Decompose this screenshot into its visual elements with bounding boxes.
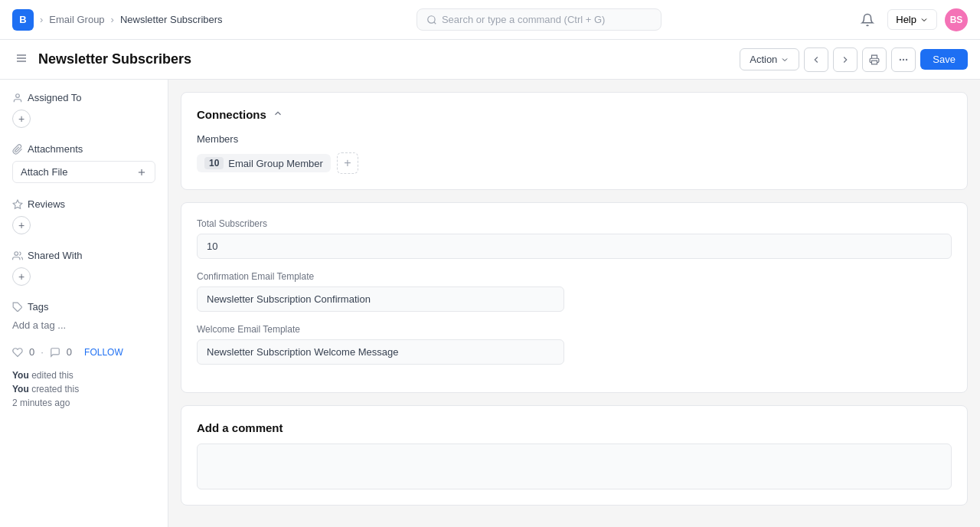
ellipsis-icon [898,54,909,65]
add-tag-link[interactable]: Add a tag ... [12,319,66,331]
likes-count: 0 [29,346,34,358]
sidebar-section-assigned-to: Assigned To + [12,92,155,128]
total-subscribers-label: Total Subscribers [197,218,952,229]
comment-input[interactable] [197,444,952,489]
reviews-header: Reviews [12,198,155,210]
page-header-left: Newsletter Subscribers [12,49,191,70]
search-icon [426,15,437,25]
heart-icon [12,347,23,358]
prev-button[interactable] [804,47,828,72]
details-card: Total Subscribers 10 Confirmation Email … [181,202,968,393]
top-nav-left: B › Email Group › Newsletter Subscribers [12,9,223,31]
confirmation-email-value[interactable]: Newsletter Subscription Confirmation [197,286,564,312]
action-chevron-icon [780,55,789,64]
bell-icon [861,13,874,27]
top-nav-right: Help BS [855,8,968,32]
confirmation-email-label: Confirmation Email Template [197,271,952,282]
add-member-button[interactable]: + [337,152,358,174]
print-button[interactable] [862,47,887,72]
svg-marker-11 [13,200,22,208]
activity-you-2: You [12,384,29,394]
tag-icon [12,302,23,313]
add-review-button[interactable]: + [12,216,31,234]
dot-separator: · [41,346,44,358]
chevron-down-icon [920,15,929,25]
sidebar-section-reviews: Reviews + [12,198,155,234]
connections-title: Connections [197,108,952,121]
top-nav: B › Email Group › Newsletter Subscribers… [0,0,980,40]
total-subscribers-group: Total Subscribers 10 [197,218,952,259]
member-tags: 10 Email Group Member + [197,152,952,174]
sidebar: Assigned To + Attachments Attach File [0,80,168,527]
breadcrumb-parent[interactable]: Email Group [49,14,104,25]
add-assigned-to-button[interactable]: + [12,110,31,128]
activity-timestamp: 2 minutes ago [12,398,155,408]
email-group-member-tag[interactable]: 10 Email Group Member [197,154,331,172]
activity-text-1: edited this [31,370,74,381]
follow-button[interactable]: FOLLOW [84,347,123,358]
help-button[interactable]: Help [887,9,937,30]
sidebar-section-shared-with: Shared With + [12,250,155,286]
attach-file-button[interactable]: Attach File [12,161,155,183]
add-shared-with-button[interactable]: + [12,267,31,286]
attachments-label: Attachments [28,143,83,155]
activity-entry-1: You edited this [12,370,155,381]
attachments-header: Attachments [12,143,155,155]
activity-text-2: created this [31,384,79,394]
attach-plus-icon [136,167,147,178]
svg-point-5 [900,59,901,60]
action-button[interactable]: Action [740,48,799,70]
welcome-email-group: Welcome Email Template Newsletter Subscr… [197,324,952,365]
reviews-label: Reviews [28,198,65,210]
main-content: Connections Members 10 Email Group Membe… [168,80,980,527]
star-icon [12,199,23,210]
print-icon [869,54,880,65]
header-actions: Action Save [740,47,968,72]
svg-point-12 [15,251,18,255]
breadcrumb-sep-2: › [111,14,114,25]
activity-entry-2: You created this [12,384,155,394]
svg-point-7 [906,59,907,60]
tags-label: Tags [28,301,48,313]
tags-header: Tags [12,301,155,313]
paperclip-icon [12,144,23,155]
comments-count: 0 [67,346,72,358]
menu-icon[interactable] [12,49,31,70]
breadcrumb-sep-1: › [40,14,43,25]
app-icon[interactable]: B [12,9,34,31]
shared-with-header: Shared With [12,250,155,261]
assigned-to-label: Assigned To [28,92,82,103]
members-label: Members [197,133,952,145]
chevron-up-icon [273,108,283,119]
next-button[interactable] [833,47,858,72]
welcome-email-value[interactable]: Newsletter Subscription Welcome Message [197,339,564,365]
member-count: 10 [204,157,224,169]
confirmation-email-group: Confirmation Email Template Newsletter S… [197,271,952,312]
chevron-right-icon [840,54,851,65]
notification-button[interactable] [855,8,880,32]
likes-row: 0 · 0 FOLLOW [12,346,155,358]
search-bar[interactable]: Search or type a command (Ctrl + G) [416,8,662,31]
comment-icon [50,347,60,358]
page-header: Newsletter Subscribers Action [0,40,980,80]
member-tag-label: Email Group Member [228,158,323,169]
assigned-to-header: Assigned To [12,92,155,103]
breadcrumb-current: Newsletter Subscribers [120,14,223,25]
comment-card: Add a comment [181,405,968,506]
connections-collapse-button[interactable] [273,108,283,121]
avatar[interactable]: BS [945,8,968,31]
save-button[interactable]: Save [920,49,968,70]
search-placeholder: Search or type a command (Ctrl + G) [442,14,606,25]
chevron-left-icon [811,54,822,65]
svg-point-8 [16,93,20,97]
svg-rect-4 [872,61,877,64]
page-title: Newsletter Subscribers [38,51,191,67]
shared-with-label: Shared With [28,250,83,261]
users-icon [12,250,23,261]
activity-you-1: You [12,370,29,381]
welcome-email-label: Welcome Email Template [197,324,952,335]
comment-section-title: Add a comment [197,421,952,434]
sidebar-section-tags: Tags Add a tag ... [12,301,155,331]
total-subscribers-value: 10 [197,234,952,259]
more-options-button[interactable] [891,47,916,72]
